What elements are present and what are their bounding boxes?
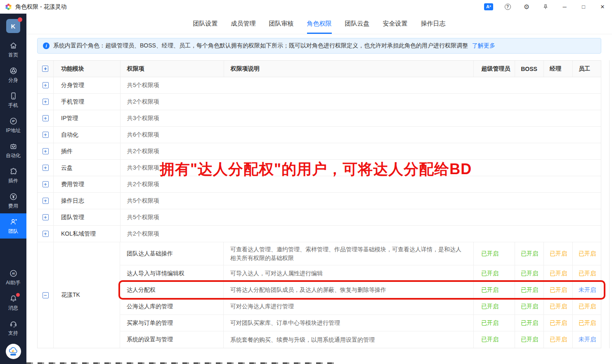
sidebar-item-费用[interactable]: 费用 <box>0 188 26 213</box>
permission-status: 已开启 <box>473 315 515 331</box>
permission-status: 已开启 <box>515 315 543 331</box>
headset-icon <box>9 319 18 328</box>
permission-row: 团队达人基础操作 可查看达人管理、邀约管理、索样管理、作品管理等基础模块，可查看… <box>120 242 601 265</box>
permission-desc: 可对团队买家库、订单中心等模块进行管理 <box>223 315 473 331</box>
module-name: 云盘 <box>53 160 120 176</box>
collapse-icon[interactable]: − <box>43 292 49 298</box>
module-permission-count: 共2个权限项 <box>120 226 601 242</box>
tab-0[interactable]: 团队设置 <box>193 14 218 34</box>
sidebar-item-自动化[interactable]: 自动化 <box>0 138 26 163</box>
help-icon[interactable]: ? <box>498 0 517 14</box>
expand-icon[interactable]: + <box>43 214 49 220</box>
module-row: + 分身管理 共5个权限项 <box>38 77 601 94</box>
tab-4[interactable]: 团队云盘 <box>345 14 370 34</box>
translate-icon[interactable]: Aˣ <box>479 0 498 14</box>
settings-gear-icon[interactable]: ⚙ <box>517 0 536 14</box>
sidebar-item-团队[interactable]: 团队 <box>0 213 26 239</box>
expand-icon[interactable]: + <box>43 198 49 204</box>
robot-icon <box>9 142 18 151</box>
team-icon <box>9 217 18 226</box>
permission-status: 已开启 <box>543 331 572 348</box>
permission-status: 未开启 <box>572 331 601 348</box>
pin-icon[interactable] <box>536 0 555 14</box>
permission-row: 公海达人库的管理 可对公海达人库进行管理已开启已开启已开启已开启 <box>120 298 601 315</box>
avatar[interactable]: K <box>6 19 20 33</box>
permission-row: 达人导入与详情编辑权 可导入达人，可对达人属性进行编辑已开启已开启已开启已开启 <box>120 265 601 282</box>
tab-3[interactable]: 角色权限 <box>307 14 332 34</box>
expand-icon[interactable]: + <box>43 115 49 121</box>
permission-item: 系统的设置与管理 <box>120 331 223 348</box>
sidebar: K 首页 分身 手机 IP IP地址 自动化 插件 费用 团队 AI AI助手 … <box>0 14 26 364</box>
permission-item: 达人导入与详情编辑权 <box>120 265 223 281</box>
phone-icon <box>9 92 18 100</box>
tab-5[interactable]: 安全设置 <box>383 14 408 34</box>
sidebar-item-消息[interactable]: 消息 <box>0 290 26 315</box>
brand-cloud-logo[interactable] <box>6 344 21 359</box>
sidebar-item-首页[interactable]: 首页 <box>0 37 26 62</box>
header-desc: 权限项说明 <box>224 61 474 77</box>
tab-6[interactable]: 操作日志 <box>421 14 446 34</box>
tab-1[interactable]: 成员管理 <box>231 14 256 34</box>
home-icon <box>9 41 18 50</box>
module-row: + 插件 共2个权限项 <box>38 143 601 160</box>
header-manager: 经理 <box>543 61 572 77</box>
module-name: 费用管理 <box>53 176 120 192</box>
permission-desc: 可导入达人，可对达人属性进行编辑 <box>223 265 473 281</box>
app-logo-flower-icon <box>5 3 12 10</box>
expand-icon[interactable]: + <box>43 99 49 105</box>
table-right-rule <box>609 60 610 348</box>
expand-icon[interactable]: + <box>43 82 49 88</box>
expand-all-icon[interactable]: + <box>42 66 48 72</box>
close-button[interactable]: ✕ <box>593 0 612 14</box>
minimize-button[interactable]: ─ <box>555 0 574 14</box>
header-employee: 员工 <box>572 61 601 77</box>
permission-status: 已开启 <box>515 282 543 298</box>
fee-icon <box>9 192 18 201</box>
app-window: 角色权限 - 花漾灵动 Aˣ ? ⚙ ─ □ ✕ K 首页 分身 手机 <box>0 0 612 364</box>
permission-status: 已开启 <box>473 265 515 281</box>
module-row: + KOL私域管理 共2个权限项 <box>38 226 601 242</box>
module-permission-count: 共2个权限项 <box>120 143 601 159</box>
expand-icon[interactable]: + <box>43 148 49 154</box>
maximize-button[interactable]: □ <box>574 0 593 14</box>
module-name: 花漾TK <box>53 242 120 348</box>
module-name: 分身管理 <box>53 77 120 93</box>
module-row: + 手机管理 共2个权限项 <box>38 94 601 110</box>
module-permission-count: 共6个权限项 <box>120 127 601 143</box>
module-permission-count: 共3个权限项 <box>120 110 601 126</box>
module-permission-count: 共5个权限项 <box>120 193 601 209</box>
permission-status: 已开启 <box>473 298 515 314</box>
expand-icon[interactable]: + <box>43 165 49 171</box>
expand-icon[interactable]: + <box>43 132 49 138</box>
permission-desc: 系统套餐的购买、续费与升级，以用系统通用设置的管理 <box>223 331 473 348</box>
sidebar-item-支持[interactable]: 支持 <box>0 315 26 340</box>
sidebar-item-AI助手[interactable]: AI AI助手 <box>0 265 26 290</box>
module-row: + 操作日志 共5个权限项 <box>38 193 601 209</box>
tab-2[interactable]: 团队审核 <box>269 14 294 34</box>
permission-status: 已开启 <box>543 315 572 331</box>
titlebar: 角色权限 - 花漾灵动 Aˣ ? ⚙ ─ □ ✕ <box>0 0 612 14</box>
cutoff-content <box>26 362 335 364</box>
permission-status: 已开启 <box>473 331 515 348</box>
expand-icon[interactable]: + <box>43 231 49 237</box>
module-name: IP管理 <box>53 110 120 126</box>
sidebar-item-IP地址[interactable]: IP IP地址 <box>0 113 26 138</box>
svg-text:AI: AI <box>12 272 15 275</box>
module-permission-count: 共3个权限项 <box>120 160 601 176</box>
module-permission-count: 共2个权限项 <box>120 94 601 110</box>
permission-desc: 可将达人分配给团队成员，及达人的屏蔽、恢复与删除等操作 <box>223 282 473 298</box>
expand-icon[interactable]: + <box>43 181 49 187</box>
sidebar-item-手机[interactable]: 手机 <box>0 87 26 113</box>
module-name: 自动化 <box>53 127 120 143</box>
sidebar-item-分身[interactable]: 分身 <box>0 62 26 87</box>
permission-status: 已开启 <box>572 265 601 281</box>
banner-text: 系统内置四个角色：超级管理员、BOSS、经理、员工，每个角色默认拥有的权限如下所… <box>53 42 468 50</box>
permission-status: 已开启 <box>515 298 543 314</box>
header-boss: BOSS <box>515 61 543 77</box>
module-row: + 费用管理 共2个权限项 <box>38 176 601 193</box>
learn-more-link[interactable]: 了解更多 <box>472 42 495 50</box>
module-row: + IP管理 共3个权限项 <box>38 110 601 127</box>
permission-status: 已开启 <box>543 282 572 298</box>
permission-row: 买家与订单的管理 可对团队买家库、订单中心等模块进行管理已开启已开启已开启已开启 <box>120 315 601 331</box>
sidebar-item-插件[interactable]: 插件 <box>0 163 26 188</box>
